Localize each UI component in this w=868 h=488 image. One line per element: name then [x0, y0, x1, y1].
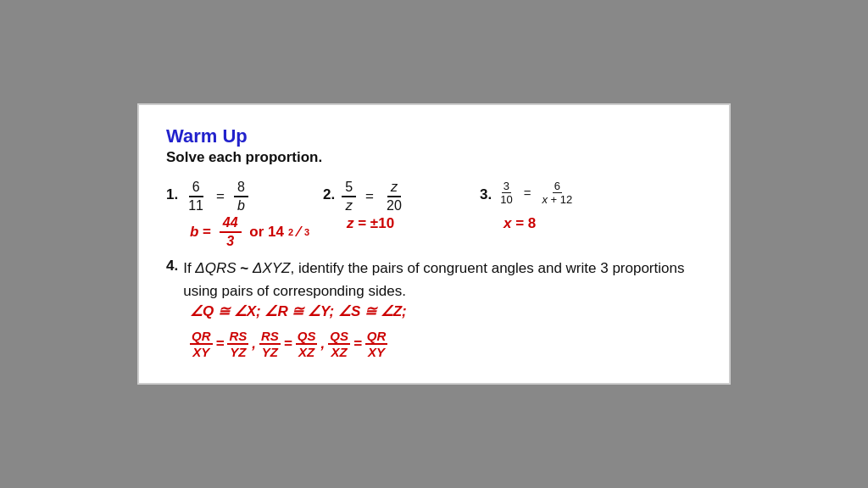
problem-4-num: 4. [166, 258, 178, 302]
problem-1: 1. 6 11 = 8 b [166, 180, 323, 214]
answer-1: b = 44 3 or 142⁄3 [190, 215, 347, 249]
problem-1-frac2: 8 b [234, 180, 248, 214]
problem-4-text: If ΔQRS ~ ΔXYZ, identify the pairs of co… [183, 258, 702, 302]
problem-3-num: 3. [480, 180, 492, 203]
p2-frac1-bot: z [342, 197, 356, 214]
a5-sep1: = [213, 336, 228, 352]
answer-1-b: b = [190, 224, 215, 241]
p2-frac1-top: 5 [342, 180, 356, 197]
problem-1-frac1: 6 11 [185, 180, 207, 214]
a5-frac2: RS YZ [227, 329, 248, 359]
answer-2: z = ±10 [347, 215, 504, 232]
a5-sep4: , [317, 336, 328, 352]
problem-1-num: 1. [166, 180, 178, 203]
answer-3: x = 8 [504, 215, 639, 232]
answer-1-slash: ⁄ [298, 224, 300, 241]
a1-frac-top: 44 [220, 215, 242, 233]
warm-up-card: Warm Up Solve each proportion. 1. 6 11 =… [137, 103, 731, 385]
subtitle: Solve each proportion. [166, 149, 702, 166]
p3-frac1-bot: 10 [498, 193, 514, 206]
a5-sep3: = [281, 336, 296, 352]
p2-frac2-top: z [387, 180, 401, 197]
problem-3-frac2: 6 x + 12 [540, 180, 574, 206]
a5-frac6: QR XY [365, 329, 388, 359]
problem-2-frac1: 5 z [342, 180, 356, 214]
a5-frac4: QS XZ [296, 329, 318, 359]
frac2-top: 8 [234, 180, 248, 197]
p3-frac2-top: 6 [553, 180, 562, 193]
a5-sep5: = [350, 336, 365, 352]
answer-3-text: x = 8 [504, 215, 536, 232]
equals-3: = [520, 186, 536, 200]
a5-frac3: RS YZ [259, 329, 281, 359]
problems-row: 1. 6 11 = 8 b 2. 5 z = z 20 [166, 180, 702, 214]
answer-4: ∠Q ≅ ∠X; ∠R ≅ ∠Y; ∠S ≅ ∠Z; [166, 302, 702, 320]
p3-frac1-top: 3 [502, 180, 511, 193]
problem-2-frac2: z 20 [383, 180, 405, 214]
problem-2: 2. 5 z = z 20 [323, 180, 480, 214]
a5-frac5: QS XZ [328, 329, 350, 359]
problem-4: 4. If ΔQRS ~ ΔXYZ, identify the pairs of… [166, 258, 702, 302]
answer-2-text: z = ±10 [347, 215, 394, 232]
problem-2-num: 2. [323, 180, 335, 203]
answers-row: b = 44 3 or 142⁄3 z = ±10 x = 8 [166, 215, 702, 249]
answer-1-frac: 44 3 [220, 215, 242, 249]
frac2-bot: b [234, 197, 248, 214]
frac1-bot: 11 [185, 197, 207, 214]
equals-1: = [212, 188, 229, 205]
answer-5-row: QR XY = RS YZ , RS YZ = QS XZ , QS XZ = … [166, 329, 702, 359]
p3-frac2-bot: x + 12 [540, 193, 574, 206]
a5-frac1: QR XY [190, 329, 213, 359]
equals-2: = [361, 188, 378, 205]
problem-3: 3. 3 10 = 6 x + 12 [480, 180, 615, 206]
a5-sep2: , [248, 336, 259, 352]
a1-frac-bot: 3 [223, 233, 237, 249]
answer-1-or: or 14 [246, 224, 284, 241]
page-title: Warm Up [166, 125, 702, 147]
frac1-top: 6 [189, 180, 203, 197]
p2-frac2-bot: 20 [383, 197, 405, 214]
problem-3-frac1: 3 10 [498, 180, 514, 206]
